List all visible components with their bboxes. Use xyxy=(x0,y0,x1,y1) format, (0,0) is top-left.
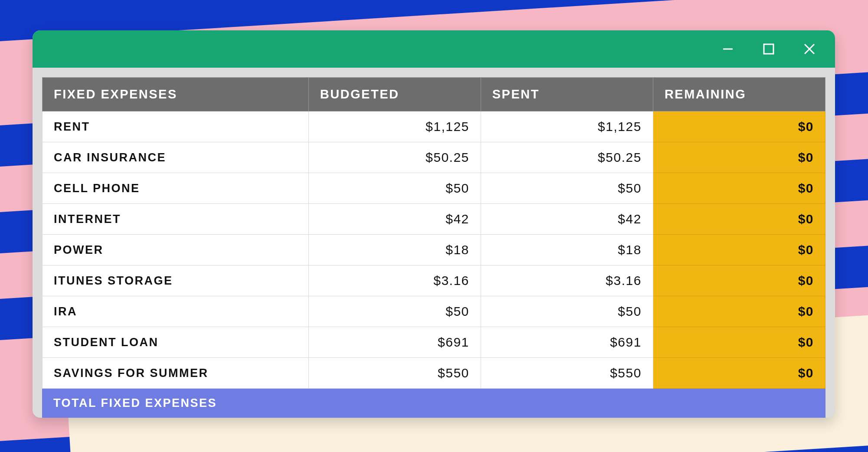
header-fixed-expenses: FIXED EXPENSES xyxy=(43,78,309,111)
titlebar xyxy=(33,30,835,68)
remaining-cell[interactable]: $0 xyxy=(653,235,825,265)
window-content: FIXED EXPENSES BUDGETED SPENT REMAINING … xyxy=(33,68,835,418)
spent-cell[interactable]: $550 xyxy=(481,358,653,389)
remaining-cell[interactable]: $0 xyxy=(653,327,825,358)
remaining-cell[interactable]: $0 xyxy=(653,265,825,296)
table-header-row: FIXED EXPENSES BUDGETED SPENT REMAINING xyxy=(43,78,825,111)
expense-label[interactable]: CAR INSURANCE xyxy=(43,142,309,173)
table-row: POWER$18$18$0 xyxy=(43,235,825,265)
close-icon xyxy=(803,43,816,56)
budgeted-cell[interactable]: $3.16 xyxy=(308,265,481,296)
header-budgeted: BUDGETED xyxy=(308,78,481,111)
maximize-icon xyxy=(763,43,775,55)
budgeted-cell[interactable]: $50.25 xyxy=(308,142,481,173)
total-fixed-expenses-row: TOTAL FIXED EXPENSES xyxy=(42,389,825,418)
budgeted-cell[interactable]: $50 xyxy=(308,173,481,204)
minimize-button[interactable] xyxy=(721,43,734,56)
expense-label[interactable]: CELL PHONE xyxy=(43,173,309,204)
expense-label[interactable]: INTERNET xyxy=(43,204,309,235)
table-row: INTERNET$42$42$0 xyxy=(43,204,825,235)
table-row: CELL PHONE$50$50$0 xyxy=(43,173,825,204)
budgeted-cell[interactable]: $1,125 xyxy=(308,111,481,142)
remaining-cell[interactable]: $0 xyxy=(653,358,825,389)
expense-label[interactable]: IRA xyxy=(43,296,309,327)
table-row: STUDENT LOAN$691$691$0 xyxy=(43,327,825,358)
spent-cell[interactable]: $18 xyxy=(481,235,653,265)
budgeted-cell[interactable]: $50 xyxy=(308,296,481,327)
table-row: SAVINGS FOR SUMMER$550$550$0 xyxy=(43,358,825,389)
table-row: IRA$50$50$0 xyxy=(43,296,825,327)
table-row: CAR INSURANCE$50.25$50.25$0 xyxy=(43,142,825,173)
expense-label[interactable]: POWER xyxy=(43,235,309,265)
expense-label[interactable]: ITUNES STORAGE xyxy=(43,265,309,296)
budgeted-cell[interactable]: $550 xyxy=(308,358,481,389)
header-spent: SPENT xyxy=(481,78,653,111)
svg-rect-1 xyxy=(764,44,773,54)
budgeted-cell[interactable]: $42 xyxy=(308,204,481,235)
app-window: FIXED EXPENSES BUDGETED SPENT REMAINING … xyxy=(33,30,835,418)
spent-cell[interactable]: $1,125 xyxy=(481,111,653,142)
remaining-cell[interactable]: $0 xyxy=(653,296,825,327)
budgeted-cell[interactable]: $18 xyxy=(308,235,481,265)
spent-cell[interactable]: $50 xyxy=(481,296,653,327)
table-row: ITUNES STORAGE$3.16$3.16$0 xyxy=(43,265,825,296)
expense-label[interactable]: SAVINGS FOR SUMMER xyxy=(43,358,309,389)
header-remaining: REMAINING xyxy=(653,78,825,111)
maximize-button[interactable] xyxy=(762,43,775,56)
budgeted-cell[interactable]: $691 xyxy=(308,327,481,358)
expense-label[interactable]: RENT xyxy=(43,111,309,142)
table-row: RENT$1,125$1,125$0 xyxy=(43,111,825,142)
remaining-cell[interactable]: $0 xyxy=(653,111,825,142)
close-button[interactable] xyxy=(803,43,816,56)
spent-cell[interactable]: $50.25 xyxy=(481,142,653,173)
remaining-cell[interactable]: $0 xyxy=(653,204,825,235)
spent-cell[interactable]: $691 xyxy=(481,327,653,358)
expense-label[interactable]: STUDENT LOAN xyxy=(43,327,309,358)
expenses-table: FIXED EXPENSES BUDGETED SPENT REMAINING … xyxy=(42,77,825,389)
spent-cell[interactable]: $42 xyxy=(481,204,653,235)
remaining-cell[interactable]: $0 xyxy=(653,142,825,173)
remaining-cell[interactable]: $0 xyxy=(653,173,825,204)
minimize-icon xyxy=(721,43,734,56)
spent-cell[interactable]: $50 xyxy=(481,173,653,204)
spent-cell[interactable]: $3.16 xyxy=(481,265,653,296)
